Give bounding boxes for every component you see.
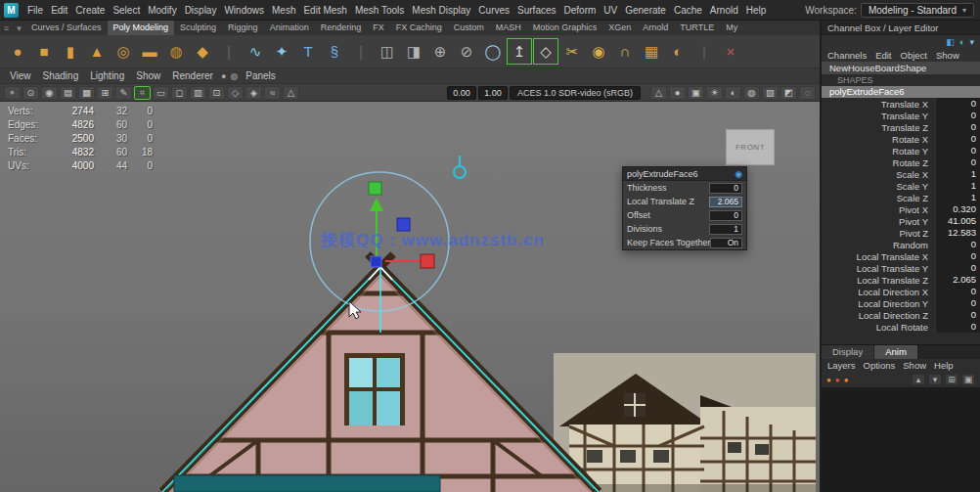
anim-layer-solo-icon[interactable]: ● xyxy=(844,376,849,384)
channel-value-field[interactable]: 0 xyxy=(935,145,980,157)
shelf-tab[interactable]: FX Caching xyxy=(390,21,448,35)
grease-pencil-icon[interactable]: ✎ xyxy=(115,86,132,100)
channel-value-field[interactable]: 0 xyxy=(935,157,980,168)
isolate-select-icon[interactable]: ◌ xyxy=(799,86,816,100)
boolean-difference-icon[interactable]: ◨ xyxy=(401,38,426,65)
popup-value-field[interactable]: On xyxy=(710,238,742,248)
sweep-mesh-icon[interactable]: ∿ xyxy=(243,38,268,65)
layer-list-area[interactable] xyxy=(822,387,980,492)
x-axis-handle[interactable] xyxy=(421,254,434,268)
smooth-mesh-icon[interactable]: ◯ xyxy=(480,38,506,65)
channel-value-field[interactable]: 1 xyxy=(935,180,980,192)
popup-value-field[interactable]: 0 xyxy=(709,210,742,221)
menu-item[interactable]: Surfaces xyxy=(513,0,559,21)
view-transform-selector[interactable]: ACES 1.0 SDR-video (sRGB) xyxy=(510,86,641,100)
bevel-icon[interactable]: ◇ xyxy=(533,38,558,65)
anim-layer-mute-icon[interactable]: ● xyxy=(835,376,840,384)
channel-value-field[interactable]: 0 xyxy=(935,110,980,121)
mirror-icon[interactable]: ◐ xyxy=(665,38,690,65)
popup-value-field[interactable]: 2.065 xyxy=(709,197,742,207)
layer-editor-menu-item[interactable]: Help xyxy=(934,360,954,371)
menu-item[interactable]: Select xyxy=(109,0,144,21)
channel-value-field[interactable]: 0 xyxy=(935,262,980,274)
polygon-sphere-icon[interactable]: ● xyxy=(5,38,30,65)
object-name-row[interactable]: NewHouseBoardShape xyxy=(822,62,980,74)
y-scale-handle[interactable] xyxy=(369,182,381,195)
workspace-selector[interactable]: Modeling - Standard ▾ xyxy=(861,3,974,18)
menu-item[interactable]: UV xyxy=(600,0,621,21)
textured-mode-icon[interactable]: ▣ xyxy=(688,86,704,100)
menu-item[interactable]: File xyxy=(23,0,47,21)
layer-editor-menu-item[interactable]: Options xyxy=(864,360,896,371)
bridge-icon[interactable]: ∩ xyxy=(612,38,638,65)
panel-menu-item[interactable]: View xyxy=(4,70,37,81)
shelf-tabs-menu-icon[interactable]: ≡ xyxy=(0,23,13,33)
shelf-tab[interactable]: Custom xyxy=(448,21,490,35)
channel-box-menu-item[interactable]: Edit xyxy=(875,50,891,61)
multisample-icon[interactable]: ◩ xyxy=(780,86,797,100)
polygon-disc-icon[interactable]: ◍ xyxy=(163,38,189,65)
polygon-plane-icon[interactable]: ▬ xyxy=(137,38,162,65)
menu-item[interactable]: Deform xyxy=(560,0,601,21)
wireframe-mode-icon[interactable]: △ xyxy=(650,86,667,100)
shelf-tab[interactable]: FX xyxy=(367,21,390,35)
image-plane-icon[interactable]: ▦ xyxy=(78,86,95,100)
layer-editor-tab[interactable]: Anim xyxy=(874,345,917,359)
shelf-separator-icon[interactable]: | xyxy=(348,38,374,65)
center-handle[interactable] xyxy=(371,256,381,267)
shelf-tab[interactable]: Arnold xyxy=(637,21,674,35)
move-layer-up-icon[interactable]: ▴ xyxy=(912,374,925,385)
polygon-cube-icon[interactable]: ■ xyxy=(31,38,57,65)
grid-toggle-icon[interactable]: ⌗ xyxy=(134,86,151,100)
channel-value-field[interactable]: 0 xyxy=(935,239,980,250)
polygon-torus-icon[interactable]: ◎ xyxy=(111,38,136,65)
target-weld-icon[interactable]: ◉ xyxy=(586,38,611,65)
shelf-separator-icon[interactable]: | xyxy=(691,38,717,65)
menu-item[interactable]: Create xyxy=(71,0,109,21)
channel-hyper-icon[interactable]: ▾ xyxy=(969,37,974,47)
layer-editor-menu-item[interactable]: Layers xyxy=(827,360,856,371)
shelf-tab[interactable]: MASH xyxy=(490,21,527,35)
gate-mask-icon[interactable]: ▥ xyxy=(190,86,206,100)
menu-item[interactable]: Mesh Display xyxy=(408,0,474,21)
new-layer-from-selected-icon[interactable]: ⊞ xyxy=(945,374,958,385)
node-sphere-icon[interactable]: ◉ xyxy=(735,169,742,179)
boolean-union-icon[interactable]: ◫ xyxy=(375,38,400,65)
channel-box-menu-item[interactable]: Channels xyxy=(827,50,867,61)
channel-value-field[interactable]: 0 xyxy=(935,250,980,262)
menu-item[interactable]: Edit Mesh xyxy=(299,0,350,21)
menu-item[interactable]: Cache xyxy=(670,0,706,21)
two-d-pan-zoom-icon[interactable]: ⊞ xyxy=(97,86,113,100)
shelf-tab[interactable]: My xyxy=(720,21,743,35)
popup-value-field[interactable]: 0 xyxy=(709,183,742,194)
channel-value-field[interactable]: 0 xyxy=(935,98,980,110)
lock-camera-icon[interactable]: ⊙ xyxy=(22,86,39,100)
svg-tool-icon[interactable]: § xyxy=(322,38,347,65)
channel-value-field[interactable]: 0.320 xyxy=(935,203,980,215)
panel-menu-item[interactable]: Renderer xyxy=(166,70,219,81)
menu-item[interactable]: Edit xyxy=(47,0,71,21)
delete-edge-icon[interactable]: × xyxy=(718,38,743,65)
shelf-tab[interactable]: Rigging xyxy=(222,21,264,35)
shelf-tabs-caret-icon[interactable]: ▾ xyxy=(13,23,25,33)
fog-toggle-icon[interactable]: ≈ xyxy=(264,86,281,100)
xray-toggle-icon[interactable]: △ xyxy=(283,86,299,100)
y-axis-arrow-handle[interactable] xyxy=(370,198,383,211)
panel-menu-item[interactable]: Shading xyxy=(37,70,85,81)
channel-value-field[interactable]: 1 xyxy=(935,168,980,180)
textured-sphere-icon[interactable]: ◍ xyxy=(228,71,240,81)
camera-attributes-icon[interactable]: ◉ xyxy=(41,86,58,100)
film-gate-icon[interactable]: ▭ xyxy=(153,86,169,100)
platonic-solid-icon[interactable]: ◆ xyxy=(190,38,215,65)
anim-layer-weight-icon[interactable]: ● xyxy=(826,376,831,384)
shadows-icon[interactable]: ◐ xyxy=(725,86,741,100)
channel-value-field[interactable]: 0 xyxy=(935,309,980,321)
channel-box-title[interactable]: Channel Box / Layer Editor xyxy=(822,21,980,35)
shelf-tab[interactable]: TURTLE xyxy=(674,21,720,35)
bookmarks-icon[interactable]: ▤ xyxy=(60,86,76,100)
type-tool-icon[interactable]: T xyxy=(295,38,321,65)
quad-draw-icon[interactable]: ▦ xyxy=(639,38,664,65)
polygon-cylinder-icon[interactable]: ▮ xyxy=(58,38,83,65)
channel-value-field[interactable]: 0 xyxy=(935,133,980,145)
layer-editor-menu-item[interactable]: Show xyxy=(903,360,926,371)
